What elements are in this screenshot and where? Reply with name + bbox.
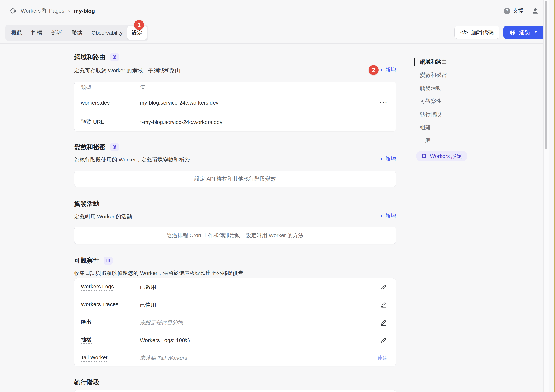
sidebar-item-observability[interactable]: 可觀察性	[414, 95, 472, 108]
section-observability-header: 可觀察性	[74, 256, 112, 265]
section-variables-desc-row: 為執行階段使用的 Worker，定義環境變數和祕密 + 新增	[74, 156, 396, 164]
runtime-row-label: Placement	[81, 391, 140, 392]
list-item: 匯出 未設定任何目的地	[74, 314, 396, 331]
window-edge-strip	[554, 0, 555, 392]
variables-empty-card: 設定 API 權杖和其他執行階段變數	[74, 171, 396, 187]
help-icon: ?	[504, 8, 510, 14]
tab-overview[interactable]: 概觀	[7, 26, 27, 40]
workers-settings-link[interactable]: Workers 設定	[416, 151, 467, 161]
sidebar-item-label: 網域和路由	[420, 58, 447, 66]
top-header: Workers 和 Pages › my-blog ? 支援	[0, 0, 548, 22]
plus-icon: +	[380, 156, 383, 162]
plus-icon: +	[380, 213, 383, 219]
section-domains-description: 定義可存取您 Worker 的網域、子網域和路由	[74, 67, 180, 73]
section-variables-header: 變數和祕密	[74, 143, 119, 151]
tab-observability[interactable]: Observability	[87, 26, 127, 40]
section-observability-title: 可觀察性	[74, 256, 99, 265]
section-triggers-desc-row: 定義叫用 Worker 的活動 + 新增	[74, 213, 396, 220]
breadcrumb: Workers 和 Pages › my-blog	[9, 7, 95, 15]
triggers-empty-text: 透過排程 Cron 工作和傳訊活動，設定叫用 Worker 的方法	[167, 232, 304, 239]
sidebar-item-variables[interactable]: 變數和祕密	[414, 69, 472, 82]
edit-pencil-icon[interactable]	[380, 301, 396, 309]
observability-card: Workers Logs 已啟用 Workers Traces 已停用 匯出 未…	[74, 278, 396, 366]
domains-add-button[interactable]: + 新增	[380, 66, 396, 74]
variables-add-label: 新增	[385, 155, 396, 163]
sidebar-item-domains[interactable]: 網域和路由	[414, 56, 472, 69]
doc-icon[interactable]	[110, 143, 119, 151]
sidebar-item-general[interactable]: 一般	[414, 134, 472, 147]
tail-worker-connect-link[interactable]: 連線	[377, 354, 396, 362]
section-runtime-header: 執行階段	[74, 378, 99, 386]
sidebar-item-label: 執行階段	[420, 111, 441, 118]
scrollbar-track[interactable]	[543, 0, 548, 392]
sidebar-item-label: 觸發活動	[420, 85, 441, 92]
caret-icon[interactable]	[381, 391, 396, 392]
runtime-row-value: 關閉	[140, 391, 367, 392]
sidebar-item-runtime[interactable]: 執行階段	[414, 108, 472, 121]
section-observability-desc-row: 收集日誌與追蹤以偵錯您的 Worker，保留於儀表板或匯出至外部提供者	[74, 270, 396, 277]
tab-deployments[interactable]: 部署	[47, 26, 67, 40]
settings-side-nav: 網域和路由 變數和祕密 觸發活動 可觀察性 執行階段 組建 一般 Workers…	[414, 56, 472, 161]
active-indicator	[414, 58, 416, 66]
exports-label: 匯出	[81, 319, 92, 326]
workers-traces-label: Workers Traces	[81, 301, 118, 308]
sampling-label: 抽樣	[81, 337, 92, 344]
annotation-badge-2: 2	[368, 65, 379, 75]
user-icon[interactable]	[531, 7, 539, 15]
list-item: 抽樣 Workers Logs: 100%	[74, 331, 396, 349]
section-triggers-title: 觸發活動	[74, 200, 99, 208]
domains-table-header: 類型 值	[74, 82, 396, 93]
menu-dots-icon[interactable]: ···	[380, 99, 396, 106]
edit-pencil-icon[interactable]	[380, 283, 396, 291]
table-row: 預覽 URL *-my-blog.service-24c.workers.dev…	[74, 112, 396, 132]
variables-empty-text: 設定 API 權杖和其他執行階段變數	[194, 175, 276, 183]
code-icon: </>	[460, 29, 468, 35]
col-type: 類型	[81, 84, 140, 91]
globe-icon	[509, 29, 516, 36]
sidebar-item-label: 一般	[420, 137, 431, 144]
exports-value: 未設定任何目的地	[140, 319, 367, 326]
variables-add-button[interactable]: + 新增	[380, 155, 396, 163]
workers-traces-value: 已停用	[140, 301, 367, 309]
section-observability-description: 收集日誌與追蹤以偵錯您的 Worker，保留於儀表板或匯出至外部提供者	[74, 270, 243, 276]
tab-metrics[interactable]: 指標	[27, 26, 47, 40]
row-value: *-my-blog.service-24c.workers.dev	[140, 119, 367, 125]
visit-label: 造訪	[519, 29, 530, 36]
annotation-badge-1: 1	[134, 20, 144, 30]
domains-table-card: 類型 值 workers.dev my-blog.service-24c.wor…	[74, 82, 396, 131]
section-triggers-header: 觸發活動	[74, 200, 99, 208]
domains-add-label: 新增	[385, 66, 396, 74]
list-item: Workers Logs 已啟用	[74, 278, 396, 296]
list-item: Workers Traces 已停用	[74, 296, 396, 314]
section-variables-description: 為執行階段使用的 Worker，定義環境變數和祕密	[74, 157, 190, 163]
edit-pencil-icon[interactable]	[380, 336, 396, 344]
doc-icon[interactable]	[104, 257, 112, 265]
row-type: 預覽 URL	[81, 118, 140, 126]
workers-settings-label: Workers 設定	[430, 152, 462, 160]
plus-icon: +	[380, 67, 383, 73]
section-domains-desc-row: 定義可存取您 Worker 的網域、子網域和路由 + 新增 2	[74, 67, 396, 74]
page-title: my-blog	[74, 8, 95, 14]
edit-code-button[interactable]: </> 編輯代碼	[454, 26, 499, 39]
edit-pencil-icon[interactable]	[380, 319, 396, 326]
visit-button[interactable]: 造訪	[504, 26, 545, 39]
tab-group: 概觀 指標 部署 繫結 Observability 設定	[5, 25, 148, 41]
sidebar-item-label: 可觀察性	[420, 98, 441, 105]
workers-logs-label: Workers Logs	[81, 284, 114, 291]
list-item: Placement 關閉	[74, 390, 396, 392]
book-icon	[421, 153, 427, 159]
section-triggers-description: 定義叫用 Worker 的活動	[74, 214, 132, 220]
support-label: 支援	[513, 7, 524, 14]
scrollbar-thumb[interactable]	[545, 1, 548, 149]
tail-worker-label: Tail Worker	[81, 354, 108, 362]
tab-bindings[interactable]: 繫結	[67, 26, 87, 40]
breadcrumb-root[interactable]: Workers 和 Pages	[21, 7, 64, 14]
sidebar-item-builds[interactable]: 組建	[414, 121, 472, 134]
triggers-add-button[interactable]: + 新增	[380, 212, 396, 220]
doc-icon[interactable]	[110, 53, 119, 61]
table-row: workers.dev my-blog.service-24c.workers.…	[74, 93, 396, 112]
section-domains-title: 網域和路由	[74, 53, 106, 61]
menu-dots-icon[interactable]: ···	[380, 119, 396, 126]
support-button[interactable]: ? 支援	[504, 7, 524, 14]
sidebar-item-triggers[interactable]: 觸發活動	[414, 82, 472, 95]
